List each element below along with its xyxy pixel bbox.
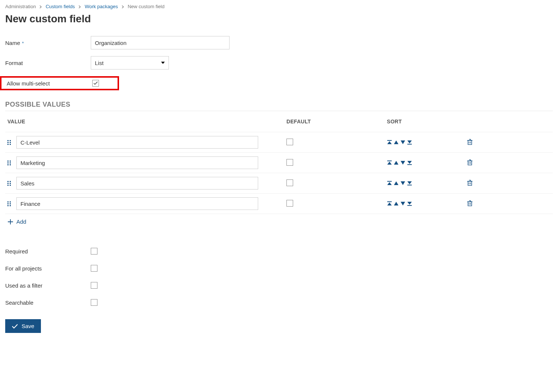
move-up-icon[interactable] xyxy=(394,161,399,165)
svg-rect-26 xyxy=(468,181,472,185)
svg-rect-20 xyxy=(7,183,9,184)
delete-button[interactable] xyxy=(467,180,472,186)
drag-handle-icon[interactable] xyxy=(7,139,13,145)
row-for-all-projects: For all projects xyxy=(5,265,553,272)
move-down-icon[interactable] xyxy=(400,201,405,206)
drag-handle-icon[interactable] xyxy=(7,160,13,166)
breadcrumb-current: New custom field xyxy=(128,4,164,9)
add-value-button[interactable]: Add xyxy=(5,214,553,229)
move-up-icon[interactable] xyxy=(394,140,399,145)
col-value: VALUE xyxy=(7,119,286,124)
table-row xyxy=(5,132,553,152)
default-checkbox[interactable] xyxy=(286,139,293,145)
svg-rect-32 xyxy=(10,205,11,206)
svg-rect-6 xyxy=(387,140,392,141)
svg-rect-16 xyxy=(407,164,412,165)
row-allow-multi-select: Allow multi-select xyxy=(0,76,119,90)
svg-rect-23 xyxy=(10,185,11,186)
label-name: Name * xyxy=(5,40,91,46)
table-row xyxy=(5,152,553,173)
move-up-icon[interactable] xyxy=(394,201,399,206)
move-down-icon[interactable] xyxy=(400,161,405,165)
col-sort: SORT xyxy=(387,119,467,124)
table-header-row: VALUE DEFAULT SORT xyxy=(5,111,553,132)
breadcrumb-work-packages[interactable]: Work packages xyxy=(85,4,118,9)
sort-controls xyxy=(387,161,467,165)
row-searchable: Searchable xyxy=(5,299,553,306)
format-select-value: List xyxy=(95,60,103,66)
value-input[interactable] xyxy=(16,136,258,149)
svg-rect-27 xyxy=(7,201,9,203)
move-bottom-icon[interactable] xyxy=(407,161,412,165)
svg-rect-22 xyxy=(7,185,9,186)
move-down-icon[interactable] xyxy=(400,181,405,185)
svg-rect-34 xyxy=(407,205,412,206)
searchable-checkbox[interactable] xyxy=(91,299,97,306)
svg-rect-31 xyxy=(7,205,9,206)
format-select[interactable]: List xyxy=(91,56,169,69)
svg-rect-28 xyxy=(10,201,11,203)
chevron-down-icon xyxy=(161,62,165,64)
chevron-right-icon xyxy=(39,5,42,9)
breadcrumb-administration[interactable]: Administration xyxy=(5,4,36,9)
svg-rect-19 xyxy=(10,181,11,182)
delete-button[interactable] xyxy=(467,139,472,145)
svg-rect-7 xyxy=(407,144,412,145)
svg-rect-10 xyxy=(10,161,11,162)
svg-rect-9 xyxy=(7,161,9,162)
sort-controls xyxy=(387,140,467,145)
delete-button[interactable] xyxy=(467,159,472,165)
move-down-icon[interactable] xyxy=(400,140,405,145)
used-as-filter-checkbox[interactable] xyxy=(91,282,97,289)
move-top-icon[interactable] xyxy=(387,181,392,185)
delete-button[interactable] xyxy=(467,200,472,206)
value-input[interactable] xyxy=(16,177,258,189)
row-format: Format List xyxy=(5,56,553,69)
svg-rect-17 xyxy=(468,161,472,165)
svg-rect-0 xyxy=(7,140,9,141)
svg-rect-12 xyxy=(10,162,11,163)
table-row xyxy=(5,173,553,193)
label-for-all-projects: For all projects xyxy=(5,265,91,272)
move-top-icon[interactable] xyxy=(387,161,392,165)
for-all-projects-checkbox[interactable] xyxy=(91,265,97,272)
move-bottom-icon[interactable] xyxy=(407,181,412,185)
row-required: Required xyxy=(5,248,553,255)
move-bottom-icon[interactable] xyxy=(407,201,412,206)
chevron-right-icon xyxy=(122,5,124,9)
label-used-as-filter: Used as a filter xyxy=(5,282,91,289)
svg-rect-4 xyxy=(7,144,9,145)
possible-values-table: VALUE DEFAULT SORT Add xyxy=(5,111,553,229)
breadcrumb-custom-fields[interactable]: Custom fields xyxy=(46,4,75,9)
default-checkbox[interactable] xyxy=(286,200,293,207)
label-name-text: Name xyxy=(5,40,20,46)
drag-handle-icon[interactable] xyxy=(7,201,13,207)
svg-rect-5 xyxy=(10,144,11,145)
table-row xyxy=(5,193,553,214)
row-used-as-filter: Used as a filter xyxy=(5,282,553,289)
breadcrumb: Administration Custom fields Work packag… xyxy=(5,4,553,9)
allow-multi-checkbox[interactable] xyxy=(92,80,99,87)
svg-rect-25 xyxy=(407,185,412,185)
svg-rect-11 xyxy=(7,162,9,163)
value-input[interactable] xyxy=(16,197,258,210)
move-up-icon[interactable] xyxy=(394,181,399,185)
save-button[interactable]: Save xyxy=(5,319,41,333)
label-allow-multi: Allow multi-select xyxy=(7,80,92,87)
svg-rect-1 xyxy=(10,140,11,141)
move-top-icon[interactable] xyxy=(387,140,392,145)
move-top-icon[interactable] xyxy=(387,201,392,206)
default-checkbox[interactable] xyxy=(286,179,293,186)
drag-handle-icon[interactable] xyxy=(7,180,13,186)
required-marker-icon: * xyxy=(21,41,24,46)
value-input[interactable] xyxy=(16,156,258,169)
move-bottom-icon[interactable] xyxy=(407,140,412,145)
default-checkbox[interactable] xyxy=(286,159,293,166)
required-checkbox[interactable] xyxy=(91,248,97,255)
label-searchable: Searchable xyxy=(5,299,91,306)
svg-rect-2 xyxy=(7,142,9,143)
name-input[interactable] xyxy=(91,36,230,49)
add-value-label: Add xyxy=(16,218,26,225)
svg-rect-30 xyxy=(10,203,11,204)
chevron-right-icon xyxy=(78,5,81,9)
